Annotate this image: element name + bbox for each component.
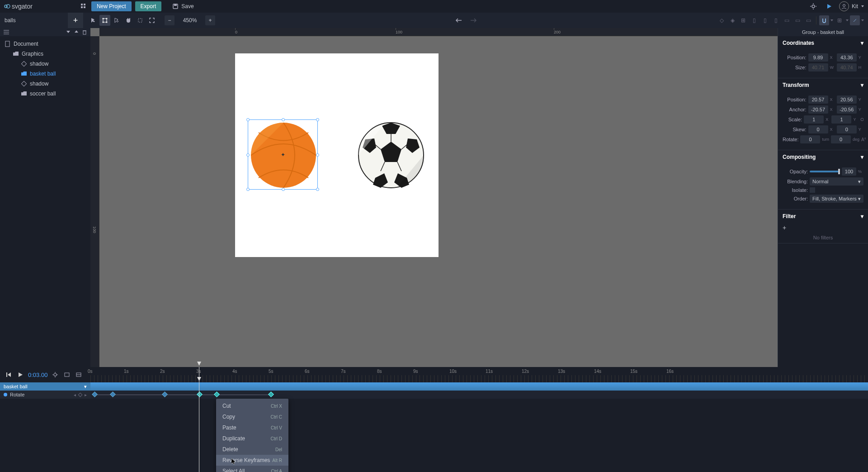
align-tool-9[interactable]: ▭ [803,15,813,25]
timeline-menu-icon[interactable] [75,371,83,379]
pan-tool[interactable] [123,15,134,26]
opacity-slider[interactable] [810,171,840,172]
zoom-in-button[interactable]: + [205,15,215,25]
align-tool-2[interactable]: ◈ [727,15,737,25]
grid-toggle[interactable]: ⊞ [835,15,844,25]
redo-button[interactable] [468,15,479,26]
selection-handle[interactable] [316,188,319,191]
selection-handle[interactable] [246,153,250,157]
play-button[interactable] [16,371,24,379]
trans-anchor-y[interactable] [837,105,857,114]
layer-shadow-2[interactable]: shadow [0,79,90,89]
blending-select[interactable]: Normal▾ [810,177,863,186]
keyframe[interactable] [268,391,274,397]
fullscreen-tool[interactable] [146,15,157,26]
add-keyframe-button[interactable] [78,392,83,397]
trans-scale-y[interactable] [831,115,851,124]
opacity-value[interactable] [842,167,856,176]
selection-handle[interactable] [316,153,319,157]
add-project-button[interactable]: + [68,13,83,28]
select-tool[interactable] [88,15,99,26]
trans-anchor-x[interactable] [808,105,828,114]
layer-shadow-1[interactable]: shadow [0,59,90,69]
align-tool-8[interactable]: ▭ [793,15,802,25]
new-project-button[interactable]: New Project [91,1,132,11]
align-tool-6[interactable]: ▯ [771,15,781,25]
keyframe[interactable] [197,391,203,397]
timeline-ruler[interactable]: 0s1s2s3s4s5s6s7s8s9s10s11s12s13s14s15s16… [90,367,868,382]
align-tool-3[interactable]: ⊞ [738,15,748,25]
undo-button[interactable] [453,15,464,26]
ctx-copy[interactable]: CopyCtrl C [216,411,288,422]
canvas[interactable]: 0 100 200 0 100 [90,28,778,367]
add-filter-button[interactable]: + [778,223,868,232]
prev-keyframe-button[interactable]: ◂ [74,392,76,397]
trans-pos-x[interactable] [808,95,828,104]
isolate-checkbox[interactable] [810,187,815,193]
layer-graphics[interactable]: Graphics [0,49,90,59]
coord-pos-x[interactable] [808,53,828,62]
order-select[interactable]: Fill, Stroke, Markers▾ [810,195,863,203]
coordinates-section-header[interactable]: Coordinates▾ [778,36,868,50]
timeline-settings-icon[interactable] [51,371,59,379]
crop-tool[interactable] [135,15,146,26]
playhead-time[interactable]: 0:03.00 [28,372,47,378]
zoom-value[interactable]: 450% [176,17,203,24]
coord-size-w[interactable] [808,63,828,72]
ctx-select-all[interactable]: Select AllCtrl A [216,466,288,472]
export-button[interactable]: Export [135,1,162,11]
coord-size-h[interactable] [837,63,857,72]
trans-skew-y[interactable] [837,125,857,133]
trans-scale-x[interactable] [804,115,824,124]
layer-basketball[interactable]: basket ball [0,69,90,79]
align-tool-7[interactable]: ▭ [782,15,792,25]
timeline-track-header[interactable]: basket ball▾ [0,382,90,391]
trans-skew-x[interactable] [808,125,828,133]
align-tool-1[interactable]: ◇ [717,15,726,25]
keyframe[interactable] [92,391,98,397]
soccerball-graphic[interactable] [357,121,425,189]
keyframe[interactable] [214,391,220,397]
trans-pos-y[interactable] [837,95,857,104]
snap-toggle[interactable] [819,15,829,25]
timeline-property-row[interactable]: Rotate ◂ ▸ [0,391,90,399]
guides-toggle[interactable]: ⟋ [850,15,860,25]
filter-section-header[interactable]: Filter▾ [778,210,868,223]
transform-section-header[interactable]: Transform▾ [778,78,868,92]
trans-rotate-turn[interactable] [800,135,820,143]
transform-tool[interactable] [99,15,110,26]
ctx-delete[interactable]: DeleteDel [216,444,288,455]
zoom-out-button[interactable]: − [165,15,175,25]
selection-handle[interactable] [316,118,319,121]
trans-rotate-deg[interactable] [831,135,851,143]
menu-icon[interactable] [4,30,10,34]
project-tab[interactable]: balls [0,17,68,24]
coord-pos-y[interactable] [837,53,857,62]
grid-icon[interactable] [78,1,90,11]
align-tool-4[interactable]: ▯ [749,15,759,25]
ctx-cut[interactable]: CutCtrl X [216,400,288,411]
keyframe[interactable] [162,391,168,397]
next-keyframe-button[interactable]: ▸ [85,392,87,397]
selection-handle[interactable] [246,118,250,121]
settings-icon[interactable] [807,1,819,11]
play-icon[interactable] [824,1,835,11]
selection-handle[interactable] [246,188,250,191]
chevron-down-icon[interactable] [66,29,71,34]
link-icon[interactable] [859,117,863,122]
loop-icon[interactable] [63,371,71,379]
selection-handle[interactable] [282,188,285,191]
ctx-duplicate[interactable]: DuplicateCtrl D [216,433,288,444]
selection-box[interactable]: ✦ [248,119,318,190]
ctx-reverse-keyframes[interactable]: Reverse KeyframesAlt R [216,455,288,466]
chevron-up-icon[interactable] [74,29,79,34]
trash-icon[interactable] [82,29,87,35]
keyframe[interactable] [110,391,116,397]
timeline-track-bar[interactable] [90,382,868,391]
layer-soccerball[interactable]: soccer ball [0,89,90,99]
save-button[interactable]: Save [168,1,198,11]
node-tool[interactable] [111,15,122,26]
compositing-section-header[interactable]: Compositing▾ [778,150,868,164]
selection-handle[interactable] [282,118,285,121]
align-tool-5[interactable]: ▯ [760,15,770,25]
